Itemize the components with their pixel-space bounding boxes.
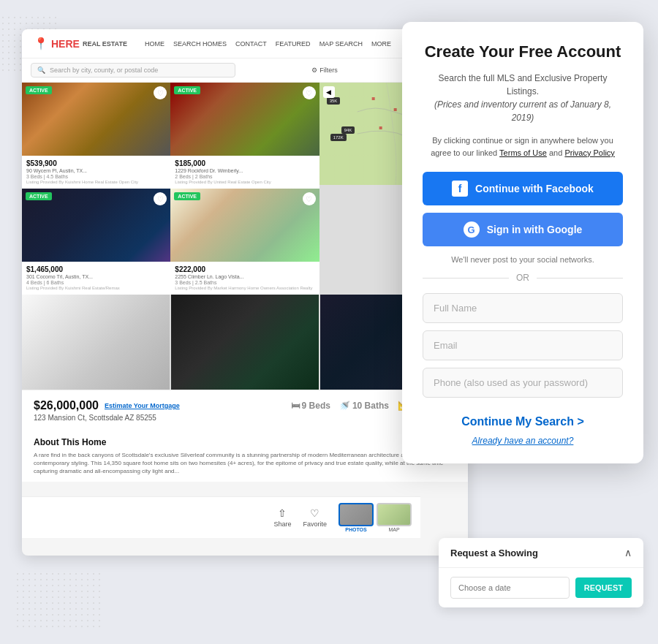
request-button[interactable]: REQUEST — [575, 577, 632, 598]
heart-icon: ♡ — [310, 507, 319, 519]
baths-spec: 🚿 10 Baths — [339, 401, 389, 411]
favorite-action[interactable]: ♡ Favorite — [303, 507, 327, 528]
signup-modal: Create Your Free Account Search the full… — [402, 22, 643, 463]
property-card-3[interactable]: ACTIVE ♡ $1,465,000 301 Cocomo Trl, Aust… — [22, 189, 170, 295]
view-tabs: PHOTOS MAP — [339, 503, 412, 532]
modal-terms: By clicking continue or sign in anywhere… — [423, 135, 623, 159]
nav-contact[interactable]: CONTACT — [235, 40, 267, 48]
site-navbar: 📍 HERE REAL ESTATE HOME SEARCH HOMES CON… — [22, 29, 468, 58]
nav-featured[interactable]: FEATURED — [276, 40, 311, 48]
logo-pin-icon: 📍 — [34, 37, 48, 50]
date-input[interactable] — [450, 577, 570, 599]
svg-rect-2 — [379, 126, 382, 129]
about-title-text: About This Home — [34, 437, 106, 447]
property-card-2[interactable]: ACTIVE ♡ $185,000 1229 Rockford Dr. Wimb… — [170, 83, 319, 189]
divider-line-left — [423, 278, 509, 279]
background-site: 📍 HERE REAL ESTATE HOME SEARCH HOMES CON… — [22, 29, 468, 556]
filter-icon: ⚙ — [311, 67, 317, 74]
favorite-icon-2[interactable]: ♡ — [303, 86, 316, 99]
showing-body: REQUEST — [439, 568, 643, 607]
showing-collapse-icon[interactable]: ∧ — [624, 547, 632, 558]
map-back-button[interactable]: ◀ — [323, 86, 335, 98]
detail-price: $26,000,000 — [34, 399, 99, 412]
site-logo: 📍 HERE REAL ESTATE — [34, 37, 127, 50]
modal-title: Create Your Free Account — [423, 42, 623, 61]
already-account-link[interactable]: Already have an account? — [423, 436, 623, 446]
estimate-link[interactable]: Estimate Your Mortgage — [105, 402, 180, 409]
search-bar: 🔍 Search by city, county, or postal code… — [22, 58, 468, 83]
showing-panel: Request a Showing ∧ REQUEST — [439, 538, 643, 607]
about-text: A rare find in the back canyons of Scott… — [34, 451, 456, 476]
favorite-icon-4[interactable]: ♡ — [303, 192, 316, 205]
bed-icon: 🛏 — [291, 401, 300, 411]
nav-more[interactable]: MORE — [371, 40, 391, 48]
email-input[interactable] — [423, 330, 623, 360]
terms-of-use-link[interactable]: Terms of Use — [499, 148, 547, 157]
photo-strip — [22, 295, 468, 390]
showing-header: Request a Showing ∧ — [439, 538, 643, 568]
property-detail: $26,000,000 Estimate Your Mortgage 🛏 9 B… — [22, 390, 468, 431]
map-price-3: 94K — [341, 126, 355, 134]
search-input-fake[interactable]: 🔍 Search by city, county, or postal code — [31, 63, 235, 77]
or-text: OR — [516, 273, 529, 283]
divider-line-right — [537, 278, 623, 279]
svg-rect-1 — [393, 108, 396, 111]
svg-rect-0 — [371, 97, 374, 100]
showing-title: Request a Showing — [450, 548, 538, 558]
share-icon: ⇧ — [278, 507, 287, 519]
phone-input[interactable] — [423, 368, 623, 398]
share-action[interactable]: ⇧ Share — [273, 507, 291, 528]
property-card-4[interactable]: ACTIVE ♡ $222,000 2255 Climber Ln. Lago … — [170, 189, 319, 295]
strip-photo-outdoor[interactable] — [171, 295, 319, 390]
active-badge-2: ACTIVE — [174, 86, 200, 94]
active-badge-3: ACTIVE — [26, 192, 52, 200]
facebook-button[interactable]: f Continue with Facebook — [423, 172, 623, 205]
facebook-icon: f — [452, 181, 468, 197]
nav-home[interactable]: HOME — [145, 40, 164, 48]
social-note: We'll never post to your social networks… — [423, 255, 623, 264]
strip-photo-kitchen[interactable] — [22, 295, 170, 390]
active-badge: ACTIVE — [26, 86, 52, 94]
filters-button[interactable]: ⚙ Filters — [311, 67, 338, 74]
or-divider: OR — [423, 273, 623, 283]
map-price-4: 172K — [330, 134, 347, 141]
modal-subtitle: Search the full MLS and Exclusive Proper… — [423, 72, 623, 124]
nav-search-homes[interactable]: SEARCH HOMES — [173, 40, 227, 48]
google-icon: G — [464, 221, 480, 238]
active-badge-4: ACTIVE — [174, 192, 200, 200]
property-card-1[interactable]: ACTIVE ♡ $539,900 90 Wycern Pl, Austin, … — [22, 83, 170, 189]
detail-address: 123 Mansion Ct, Scottsdale AZ 85255 — [34, 414, 456, 422]
nav-map-search[interactable]: MAP SEARCH — [319, 40, 363, 48]
google-button[interactable]: G Sign in with Google — [423, 213, 623, 246]
property-action-bar: ⇧ Share ♡ Favorite PHOTOS MAP — [22, 496, 420, 538]
property-grid: ACTIVE ♡ $539,900 90 Wycern Pl, Austin, … — [22, 83, 468, 295]
dot-pattern-bottom — [15, 571, 102, 629]
map-price-1: 35K — [327, 97, 341, 105]
map-tab[interactable] — [377, 503, 412, 526]
nav-links: HOME SEARCH HOMES CONTACT FEATURED MAP S… — [145, 40, 391, 48]
about-section: About This Home ∧ A rare find in the bac… — [22, 431, 468, 482]
full-name-input[interactable] — [423, 293, 623, 323]
beds-spec: 🛏 9 Beds — [291, 401, 330, 411]
continue-button[interactable]: Continue My Search > — [423, 415, 623, 428]
privacy-policy-link[interactable]: Privacy Policy — [564, 148, 614, 157]
bath-icon: 🚿 — [339, 401, 350, 411]
search-icon: 🔍 — [37, 67, 45, 74]
photos-tab[interactable] — [339, 503, 374, 526]
